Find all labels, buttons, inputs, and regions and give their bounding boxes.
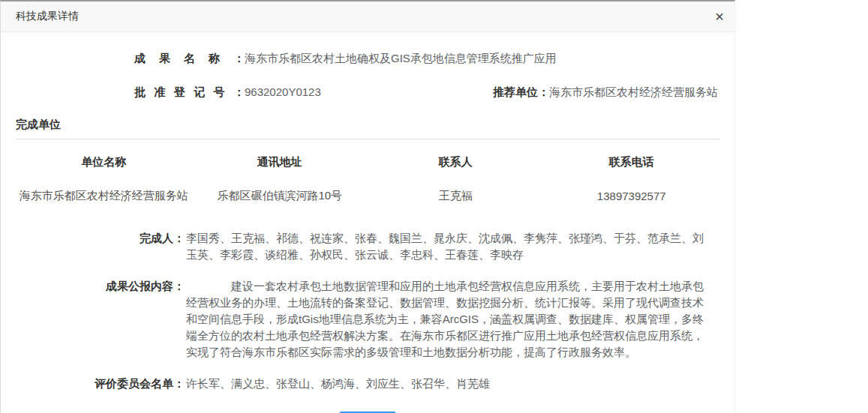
- table-header-row: 单位名称 通讯地址 联系人 联系电话: [16, 139, 719, 175]
- achievement-detail-dialog: 科技成果详情 × 成果名称： 海东市乐都区农村土地确权及GIS承包地信息管理系统…: [0, 0, 735, 413]
- column-header-contact: 联系人: [368, 139, 544, 175]
- close-icon[interactable]: ×: [715, 9, 724, 24]
- dialog-title: 科技成果详情: [16, 10, 79, 23]
- field-registration-row: 批准登记号： 9632020Y0123 推荐单位：海东市乐都区农村经济经营服务站: [16, 84, 719, 100]
- dialog-body: 成果名称： 海东市乐都区农村土地确权及GIS承包地信息管理系统推广应用 批准登记…: [1, 50, 734, 413]
- completers-label: 完成人：: [16, 230, 185, 247]
- table-row: 海东市乐都区农村经济经营服务站 乐都区碾伯镇滨河路10号 王克福 1389739…: [16, 175, 719, 215]
- committee-list-label: 评价委员会名单：: [16, 376, 185, 392]
- recommend-unit-value: 海东市乐都区农村经济经营服务站: [549, 85, 718, 98]
- completion-unit-section-title: 完成单位: [16, 118, 719, 139]
- cell-phone: 13897392577: [544, 175, 720, 215]
- cell-contact: 王克福: [368, 175, 544, 215]
- column-header-phone: 联系电话: [544, 139, 720, 175]
- completers-value: 李国秀、王克福、祁德、祝连家、张春、魏国兰、晁永庆、沈成佩、李隽萍、张瑾鸿、于芬…: [185, 230, 719, 263]
- registration-number-label: 批准登记号：: [134, 84, 245, 100]
- dialog-header: 科技成果详情 ×: [1, 1, 734, 32]
- achievement-name-value: 海东市乐都区农村土地确权及GIS承包地信息管理系统推广应用: [245, 50, 557, 66]
- committee-list-value: 许长军、满义忠、张登山、杨鸿海、刘应生、张召华、肖芜雄: [185, 376, 719, 392]
- cell-unit-name: 海东市乐都区农村经济经营服务站: [16, 175, 192, 215]
- field-completers: 完成人： 李国秀、王克福、祁德、祝连家、张春、魏国兰、晁永庆、沈成佩、李隽萍、张…: [16, 230, 719, 263]
- field-achievement-name: 成果名称： 海东市乐都区农村土地确权及GIS承包地信息管理系统推广应用: [16, 50, 719, 66]
- field-committee-list: 评价委员会名单： 许长军、满义忠、张登山、杨鸿海、刘应生、张召华、肖芜雄: [16, 376, 719, 392]
- column-header-address: 通讯地址: [192, 139, 368, 175]
- completion-unit-table: 单位名称 通讯地址 联系人 联系电话 海东市乐都区农村经济经营服务站 乐都区碾伯…: [16, 139, 719, 215]
- recommend-unit-label: 推荐单位：: [493, 85, 549, 98]
- field-recommend-unit: 推荐单位：海东市乐都区农村经济经营服务站: [493, 84, 719, 100]
- bulletin-content-value: 建设一套农村承包土地数据管理和应用的土地承包经营权信息应用系统，主要用于农村土地…: [185, 278, 719, 361]
- registration-number-value: 9632020Y0123: [245, 84, 321, 100]
- column-header-unit-name: 单位名称: [16, 139, 192, 175]
- achievement-name-label: 成果名称：: [134, 50, 245, 66]
- field-bulletin-content: 成果公报内容： 建设一套农村承包土地数据管理和应用的土地承包经营权信息应用系统，…: [16, 278, 719, 361]
- bulletin-content-label: 成果公报内容：: [16, 278, 185, 295]
- cell-address: 乐都区碾伯镇滨河路10号: [192, 175, 368, 215]
